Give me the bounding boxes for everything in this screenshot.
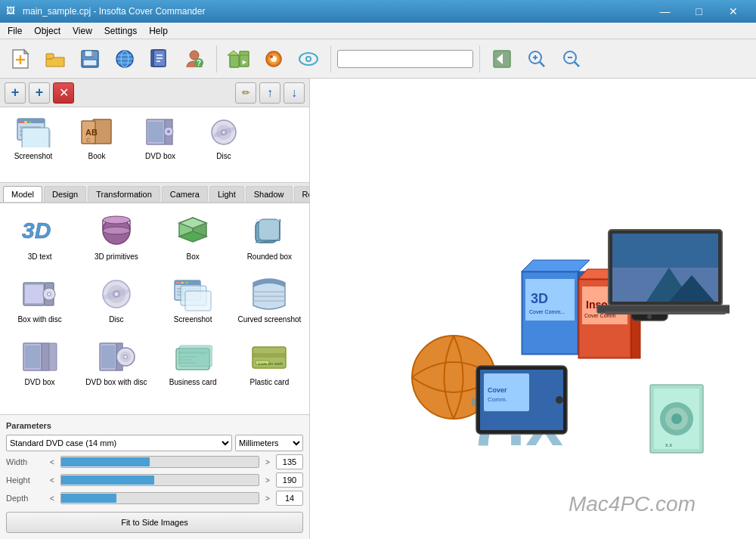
model-label-businesscard: Business card: [169, 378, 217, 386]
depth-increase[interactable]: >: [262, 493, 273, 503]
height-increase[interactable]: >: [262, 475, 273, 485]
menu-object[interactable]: Object: [28, 23, 67, 39]
svg-text:►: ►: [241, 58, 248, 66]
svg-rect-149: [612, 234, 718, 268]
menu-file[interactable]: File: [2, 23, 28, 39]
width-decrease[interactable]: <: [47, 457, 57, 467]
cover-item-book[interactable]: AB C Book: [67, 110, 127, 179]
parameters-section: Parameters Standard DVD case (14 mm) Sli…: [0, 414, 309, 539]
case-select[interactable]: Standard DVD case (14 mm) Slim DVD case …: [6, 435, 232, 451]
menu-view[interactable]: View: [67, 23, 98, 39]
model-item-boxwithdisc[interactable]: Box with disc: [3, 269, 76, 329]
move-up-button[interactable]: ↑: [259, 82, 280, 104]
menu-settings[interactable]: Settings: [98, 23, 143, 39]
zoom-out-button[interactable]: [556, 43, 587, 75]
model-item-plasticcard[interactable]: Live on web Plastic card: [233, 332, 306, 392]
svg-rect-50: [22, 128, 49, 147]
model-label-screenshot: Screenshot: [174, 315, 212, 324]
remove-cover-button[interactable]: ✕: [53, 82, 74, 104]
svg-point-164: [671, 414, 682, 424]
cover-item-disc[interactable]: Disc: [194, 110, 254, 179]
model-icon-box: [173, 212, 212, 251]
model-item-3dtext[interactable]: 3D 3D text: [3, 206, 76, 266]
height-track[interactable]: [60, 474, 259, 486]
depth-decrease[interactable]: <: [47, 493, 57, 503]
cover-disc-label: Disc: [216, 152, 231, 160]
help-button[interactable]: [144, 43, 175, 75]
new-button[interactable]: [5, 43, 36, 75]
model-icon-screenshot: [173, 274, 212, 314]
nav-back-button[interactable]: [486, 43, 518, 75]
model-icon-3dtext: 3D: [20, 212, 60, 251]
width-increase[interactable]: >: [262, 457, 273, 467]
zoom-in-button[interactable]: [521, 43, 553, 75]
add-template-button[interactable]: +: [29, 82, 50, 104]
model-item-curvedscreenshot[interactable]: Curved screenshot: [233, 269, 306, 329]
tab-camera[interactable]: Camera: [162, 186, 208, 202]
render-button[interactable]: [258, 43, 290, 75]
model-item-box[interactable]: Box: [156, 206, 230, 266]
move-down-button[interactable]: ↓: [284, 82, 305, 104]
depth-value[interactable]: [276, 491, 303, 506]
svg-rect-6: [92, 51, 94, 56]
svg-rect-103: [25, 345, 40, 368]
model-item-disc[interactable]: Disc: [79, 269, 153, 329]
depth-track[interactable]: [60, 492, 259, 504]
web-button[interactable]: [109, 43, 141, 75]
width-track[interactable]: [60, 456, 259, 468]
close-button[interactable]: ✕: [716, 0, 750, 23]
width-value[interactable]: [276, 454, 303, 469]
open-button[interactable]: [39, 43, 71, 75]
model-item-roundedbox[interactable]: Rounded box: [233, 206, 306, 266]
edit-cover-button[interactable]: ✏: [235, 82, 256, 104]
tab-light[interactable]: Light: [209, 186, 244, 202]
model-label-3dprimitives: 3D primitives: [94, 252, 138, 261]
minimize-button[interactable]: —: [648, 0, 682, 23]
export-button[interactable]: ►: [223, 43, 255, 75]
cover-item-screenshot[interactable]: Screenshot: [3, 110, 64, 179]
toolbar-separator-3: [479, 45, 480, 73]
unit-select[interactable]: Millimeters Inches Pixels: [235, 435, 303, 451]
width-row: Width < >: [6, 454, 303, 469]
model-label-boxwithdisc: Box with disc: [17, 315, 61, 324]
width-thumb: [61, 457, 150, 466]
preview-button[interactable]: [293, 43, 324, 75]
model-item-dvdbox[interactable]: DVD box: [3, 332, 76, 392]
search-input[interactable]: [337, 50, 473, 68]
menu-help[interactable]: Help: [143, 23, 174, 39]
maximize-button[interactable]: □: [682, 0, 716, 23]
watermark: Mac4PC.com: [569, 492, 696, 516]
model-label-disc: Disc: [109, 315, 123, 324]
save-button[interactable]: [74, 43, 106, 75]
model-icon-businesscard: [173, 337, 212, 376]
support-button[interactable]: ?: [178, 43, 210, 75]
cover-dvdbox-icon: [142, 114, 178, 150]
product-showcase: 7.x 3D Cover Comm... I: [336, 143, 730, 475]
svg-point-28: [270, 55, 273, 58]
model-item-3dprimitives[interactable]: 3D primitives: [79, 206, 153, 266]
cover-item-dvdbox[interactable]: DVD box: [130, 110, 191, 179]
model-icon-disc: [97, 274, 136, 314]
tab-reflection[interactable]: Reflection: [294, 186, 310, 202]
height-decrease[interactable]: <: [47, 475, 57, 485]
height-thumb: [61, 475, 154, 485]
add-cover-button[interactable]: +: [5, 82, 26, 104]
height-value[interactable]: [276, 472, 303, 488]
cover-items-list: Screenshot AB C Book: [0, 107, 309, 183]
tab-shadow[interactable]: Shadow: [246, 186, 293, 202]
window-title: main_sample.cpj - Insofta Cover Commande…: [23, 6, 648, 17]
main-layout: + + ✕ ✏ ↑ ↓: [0, 79, 756, 539]
model-item-dvdboxwithdisc[interactable]: DVD box with disc: [79, 332, 153, 392]
depth-thumb: [61, 494, 116, 503]
tab-model[interactable]: Model: [3, 186, 42, 202]
model-label-box: Box: [187, 252, 200, 261]
tab-design[interactable]: Design: [44, 186, 86, 202]
model-label-dvdbox: DVD box: [25, 378, 55, 386]
svg-point-82: [48, 293, 50, 296]
model-item-screenshot[interactable]: Screenshot: [156, 269, 230, 329]
model-item-businesscard[interactable]: Business card: [156, 332, 230, 392]
tab-transformation[interactable]: Transformation: [88, 186, 160, 202]
params-case-row: Standard DVD case (14 mm) Slim DVD case …: [6, 435, 303, 451]
model-label-3dtext: 3D text: [28, 252, 52, 261]
fit-to-side-button[interactable]: Fit to Side Images: [6, 512, 303, 533]
